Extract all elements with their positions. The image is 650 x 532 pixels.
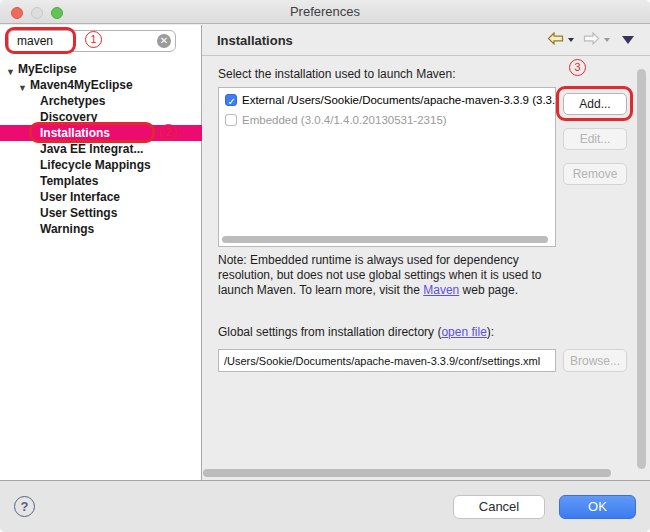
tree-item-label: Installations: [40, 126, 110, 140]
titlebar: Preferences: [0, 0, 650, 24]
remove-button[interactable]: Remove: [563, 163, 627, 185]
tree-item-discovery[interactable]: Discovery: [0, 109, 202, 125]
preferences-window: Preferences ✕ 1 ▼ MyEclipse ▼ Maven4MyEc…: [0, 0, 650, 532]
tree-item-user-settings[interactable]: User Settings: [0, 205, 202, 221]
dialog-footer: ? Cancel OK: [0, 480, 650, 532]
checkbox-checked-icon[interactable]: [225, 94, 237, 106]
page-title: Installations: [217, 33, 293, 48]
back-arrow-icon[interactable]: [547, 32, 564, 45]
open-file-link[interactable]: open file: [441, 325, 486, 339]
tree-item-label: Archetypes: [40, 94, 105, 108]
browse-button[interactable]: Browse...: [563, 349, 627, 372]
checkbox-unchecked-icon[interactable]: [225, 114, 237, 126]
tree-item-user-interface[interactable]: User Interface: [0, 189, 202, 205]
tree-item-label: Java EE Integrat...: [40, 142, 143, 156]
ok-button[interactable]: OK: [559, 495, 636, 519]
tree-item-lifecycle-mappings[interactable]: Lifecycle Mappings: [0, 157, 202, 173]
tree-item-templates[interactable]: Templates: [0, 173, 202, 189]
annotation-circle-2: 2: [160, 124, 177, 141]
back-history-caret-icon[interactable]: [568, 38, 574, 42]
note-text-after: web page.: [459, 283, 518, 297]
installations-list: External /Users/Sookie/Documents/apache-…: [218, 87, 556, 247]
annotation-circle-1: 1: [85, 31, 102, 48]
tree-item-label: Discovery: [40, 110, 97, 124]
tree-item-label: Lifecycle Mappings: [40, 158, 151, 172]
list-item-embedded-maven[interactable]: Embedded (3.0.4/1.4.0.20130531-2315): [219, 112, 555, 129]
list-item-label: Embedded (3.0.4/1.4.0.20130531-2315): [242, 114, 447, 126]
tree-item-label: Warnings: [40, 222, 94, 236]
view-menu-icon[interactable]: [622, 36, 634, 44]
preferences-sidebar: ✕ 1 ▼ MyEclipse ▼ Maven4MyEclipse Archet…: [0, 25, 202, 480]
tree-item-label: MyEclipse: [18, 62, 77, 76]
settings-path-input[interactable]: [218, 349, 556, 372]
forward-arrow-icon[interactable]: [583, 32, 600, 45]
preferences-tree: ▼ MyEclipse ▼ Maven4MyEclipse Archetypes…: [0, 61, 202, 237]
tree-item-installations[interactable]: Installations 2: [0, 125, 202, 141]
tree-item-maven4myeclipse[interactable]: ▼ Maven4MyEclipse: [0, 77, 202, 93]
tree-item-archetypes[interactable]: Archetypes: [0, 93, 202, 109]
panel-vertical-scrollbar[interactable]: [637, 69, 646, 469]
panel-horizontal-scrollbar[interactable]: [203, 469, 611, 477]
tree-item-javaee-integration[interactable]: Java EE Integrat...: [0, 141, 202, 157]
list-horizontal-scrollbar[interactable]: [222, 236, 548, 243]
tree-item-label: Templates: [40, 174, 98, 188]
forward-history-caret-icon[interactable]: [604, 38, 610, 42]
edit-button[interactable]: Edit...: [563, 128, 627, 150]
global-settings-label-suffix: ):: [487, 325, 494, 339]
installations-panel: Installations Select the installation us…: [202, 25, 650, 480]
embedded-runtime-note: Note: Embedded runtime is always used fo…: [218, 253, 566, 298]
global-settings-label: Global settings from installation direct…: [218, 325, 494, 339]
tree-item-label: User Interface: [40, 190, 120, 204]
tree-item-label: User Settings: [40, 206, 117, 220]
list-item-label: External /Users/Sookie/Documents/apache-…: [242, 94, 555, 106]
window-title: Preferences: [0, 4, 650, 19]
list-item-external-maven[interactable]: External /Users/Sookie/Documents/apache-…: [219, 92, 555, 109]
annotation-circle-3: 3: [569, 59, 586, 76]
select-installation-label: Select the installation used to launch M…: [218, 67, 455, 81]
add-button[interactable]: Add...: [563, 93, 627, 115]
search-clear-icon[interactable]: ✕: [157, 34, 171, 48]
tree-item-warnings[interactable]: Warnings: [0, 221, 202, 237]
cancel-button[interactable]: Cancel: [453, 495, 545, 519]
help-icon[interactable]: ?: [14, 496, 35, 517]
maven-link[interactable]: Maven: [423, 283, 459, 297]
tree-item-label: Maven4MyEclipse: [30, 78, 133, 92]
tree-item-myeclipse[interactable]: ▼ MyEclipse: [0, 61, 202, 77]
global-settings-label-text: Global settings from installation direct…: [218, 325, 441, 339]
